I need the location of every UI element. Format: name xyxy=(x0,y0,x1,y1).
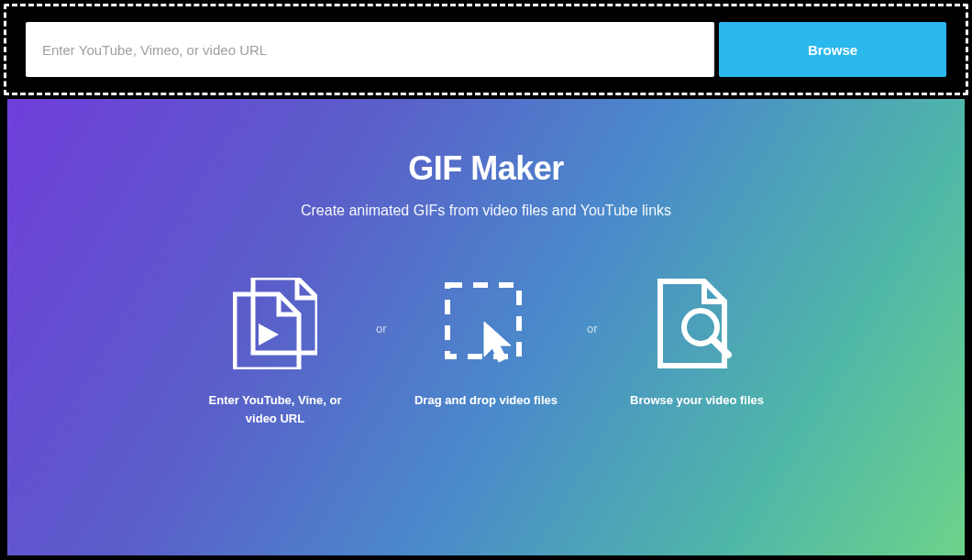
video-files-icon xyxy=(229,278,321,369)
page-subtitle: Create animated GIFs from video files an… xyxy=(301,203,671,219)
option-browse-files[interactable]: Browse your video files xyxy=(596,278,798,410)
separator-1: or xyxy=(376,322,385,335)
video-url-input[interactable] xyxy=(26,22,714,77)
option-label-dragdrop: Drag and drop video files xyxy=(414,391,558,410)
main-hero-area: GIF Maker Create animated GIFs from vide… xyxy=(7,99,965,555)
browse-file-icon xyxy=(651,278,743,369)
url-input-row: Browse xyxy=(18,22,954,77)
option-enter-url[interactable]: Enter YouTube, Vine, or video URL xyxy=(174,278,376,427)
option-label-url: Enter YouTube, Vine, or video URL xyxy=(193,391,358,427)
page-title: GIF Maker xyxy=(408,149,564,188)
upload-top-bar: Browse xyxy=(0,0,972,99)
separator-2: or xyxy=(587,322,596,335)
options-row: Enter YouTube, Vine, or video URL or Dra… xyxy=(174,278,798,427)
option-drag-drop[interactable]: Drag and drop video files xyxy=(385,278,587,410)
browse-button[interactable]: Browse xyxy=(719,22,946,77)
drag-drop-icon xyxy=(440,278,532,369)
option-label-browse: Browse your video files xyxy=(630,391,764,410)
